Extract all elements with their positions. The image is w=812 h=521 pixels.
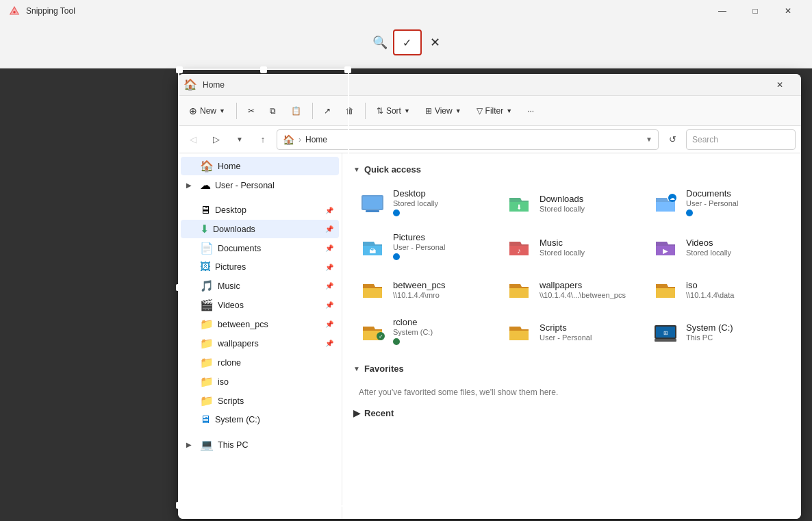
cut-icon: ✂: [248, 106, 255, 116]
close-button[interactable]: ✕: [772, 0, 804, 22]
svg-text:🏔: 🏔: [369, 247, 376, 255]
explorer-home-icon: 🏠: [183, 78, 197, 91]
filter-arrow-icon: ▼: [506, 107, 512, 114]
minimize-button[interactable]: —: [707, 0, 738, 22]
favorites-header[interactable]: ▼ Favorites: [353, 364, 790, 374]
wallpapers-icon: 📁: [200, 337, 214, 350]
sidebar-item-music[interactable]: 🎵 Music 📌: [181, 277, 339, 295]
iso-folder-icon: [652, 276, 679, 303]
sidebar-item-system-c[interactable]: 🖥 System (C:): [181, 411, 339, 429]
explorer-title: Home: [203, 80, 764, 90]
maximize-button[interactable]: □: [739, 0, 771, 22]
rclone-info: rclone System (C:): [393, 317, 433, 347]
quick-access-item-pictures[interactable]: 🏔 Pictures User - Personal: [353, 227, 497, 268]
copy-button[interactable]: ⧉: [264, 103, 281, 118]
sort-button[interactable]: ⇅ Sort ▼: [371, 103, 416, 118]
quick-access-item-scripts[interactable]: Scripts User - Personal: [500, 312, 644, 353]
back-button[interactable]: ◁: [183, 130, 203, 149]
recent-label: Recent: [364, 408, 394, 418]
paste-icon: 📋: [291, 106, 301, 116]
desktop-label: Desktop: [215, 205, 321, 215]
sidebar-item-pictures[interactable]: 🖼 Pictures 📌: [181, 258, 339, 276]
quick-access-item-documents[interactable]: ☁ Documents User - Personal: [646, 183, 790, 224]
quick-access-item-desktop[interactable]: Desktop Stored locally: [353, 183, 497, 224]
recent-locations-button[interactable]: ▼: [230, 130, 249, 149]
svg-text:☁: ☁: [670, 195, 675, 201]
explorer-close-button[interactable]: ✕: [764, 74, 796, 96]
pin-icon-music: 📌: [325, 282, 333, 290]
address-box[interactable]: 🏠 › Home ▼: [277, 129, 659, 150]
quick-access-item-videos[interactable]: ▶ Videos Stored locally: [646, 227, 790, 268]
address-home-icon: 🏠: [283, 134, 294, 145]
sidebar-item-downloads[interactable]: ⬇ Downloads 📌: [181, 220, 339, 238]
sidebar-item-iso[interactable]: 📁 iso: [181, 372, 339, 391]
sidebar-item-wallpapers[interactable]: 📁 wallpapers 📌: [181, 334, 339, 353]
sidebar-item-home[interactable]: 🏠 Home: [181, 157, 339, 175]
paste-button[interactable]: 📋: [286, 103, 307, 118]
svg-rect-5: [366, 210, 379, 212]
snipping-titlebar: Snipping Tool — □ ✕: [0, 0, 812, 22]
videos-info: Videos Stored locally: [686, 238, 731, 257]
snipping-toolbar: 🔍 ✓ ✕: [0, 22, 812, 63]
scripts-icon: 📁: [200, 394, 214, 407]
zoom-icon[interactable]: 🔍: [372, 35, 388, 50]
sidebar-item-rclone[interactable]: 📁 rclone: [181, 353, 339, 372]
sidebar-item-videos[interactable]: 🎬 Videos 📌: [181, 296, 339, 314]
wallpapers-info: wallpapers \\10.1.4.4\...\between_pcs: [540, 280, 626, 299]
delete-button[interactable]: 🗑: [340, 103, 359, 118]
favorites-label: Favorites: [364, 364, 404, 374]
more-button[interactable]: ···: [522, 103, 540, 118]
quick-access-item-music[interactable]: ♪ Music Stored locally: [500, 227, 644, 268]
explorer-command-bar: ⊕ New ▼ ✂ ⧉ 📋 ↗ 🗑 ⇅ Sort ▼ ⊞ View ▼ ▽ Fi…: [178, 96, 801, 126]
pin-icon-pictures: 📌: [325, 264, 333, 271]
sidebar-item-desktop[interactable]: 🖥 Desktop 📌: [181, 201, 339, 219]
up-button[interactable]: ↑: [253, 130, 272, 149]
rclone-badge: [393, 338, 400, 345]
confirm-button[interactable]: ✓: [393, 29, 422, 55]
wallpapers-folder-icon: [505, 276, 533, 303]
quick-access-item-wallpapers[interactable]: wallpapers \\10.1.4.4\...\between_pcs: [500, 270, 644, 309]
desktop-icon: 🖥: [200, 204, 211, 216]
search-box[interactable]: Search: [686, 129, 796, 150]
recent-header[interactable]: ▶ Recent: [353, 408, 790, 418]
filter-label: Filter: [485, 106, 504, 116]
checkmark-icon: ✓: [403, 36, 411, 49]
new-button[interactable]: ⊕ New ▼: [183, 103, 231, 119]
sidebar-item-scripts[interactable]: 📁 Scripts: [181, 392, 339, 410]
snipping-tool-window: Snipping Tool — □ ✕ 🔍 ✓ ✕: [0, 0, 812, 68]
cut-button[interactable]: ✂: [242, 103, 260, 118]
refresh-button[interactable]: ↺: [663, 130, 682, 149]
filter-button[interactable]: ▽ Filter ▼: [471, 103, 518, 118]
quick-access-item-between-pcs[interactable]: between_pcs \\10.1.4.4\mro: [353, 270, 497, 309]
between-pcs-folder-icon: [359, 276, 386, 303]
forward-button[interactable]: ▷: [207, 130, 226, 149]
view-button[interactable]: ⊞ View ▼: [420, 103, 467, 118]
music-folder-icon: ♪: [505, 233, 533, 261]
music-icon: 🎵: [200, 279, 214, 292]
this-pc-icon: 💻: [200, 438, 214, 451]
quick-access-item-system-c[interactable]: ⊞ System (C:) This PC: [646, 312, 790, 353]
view-arrow-icon: ▼: [455, 107, 461, 114]
svg-rect-16: [655, 339, 676, 342]
quick-access-header[interactable]: ▼ Quick access: [353, 164, 790, 175]
documents-icon: 📄: [200, 242, 214, 255]
documents-info: Documents User - Personal: [686, 188, 738, 218]
videos-icon: 🎬: [200, 298, 214, 312]
cancel-icon[interactable]: ✕: [430, 35, 440, 50]
sidebar-item-between-pcs[interactable]: 📁 between_pcs 📌: [181, 315, 339, 333]
documents-label: Documents: [218, 244, 321, 253]
documents-badge: [686, 209, 693, 216]
share-button[interactable]: ↗: [318, 103, 336, 118]
sidebar-item-this-pc[interactable]: ▶ 💻 This PC: [181, 435, 339, 454]
sidebar-item-user-personal[interactable]: ▶ ☁ User - Personal: [181, 176, 339, 194]
quick-access-item-rclone[interactable]: ✓ rclone System (C:): [353, 312, 497, 353]
file-explorer-window: 🏠 Home ✕ ⊕ New ▼ ✂ ⧉ 📋 ↗ 🗑 ⇅ Sort ▼ ⊞ Vi…: [178, 74, 801, 519]
sidebar-item-documents[interactable]: 📄 Documents 📌: [181, 239, 339, 257]
quick-access-item-iso[interactable]: iso \\10.1.4.4\data: [646, 270, 790, 309]
quick-access-item-downloads[interactable]: ⬇ Downloads Stored locally: [500, 183, 644, 224]
pictures-badge: [393, 253, 400, 260]
copy-icon: ⧉: [270, 106, 276, 116]
address-dropdown-icon[interactable]: ▼: [646, 136, 652, 143]
svg-text:♪: ♪: [517, 246, 521, 255]
desktop-info: Desktop Stored locally: [393, 188, 438, 218]
